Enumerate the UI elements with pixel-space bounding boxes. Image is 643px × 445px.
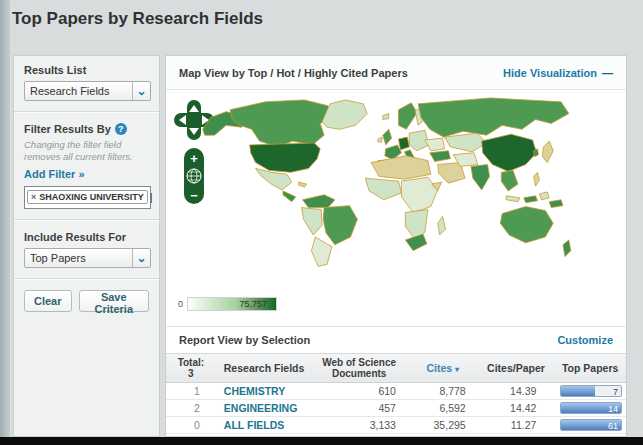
country-south-africa [405, 234, 427, 251]
sidebar-divider [14, 219, 159, 221]
country-canada [230, 100, 332, 147]
map-legend: 0 75,757 [178, 297, 277, 311]
filter-note: Changing the filter field removes all cu… [24, 139, 149, 163]
country-greenland [322, 100, 367, 129]
rank-cell: 1 [166, 385, 216, 397]
hide-visualization-label: Hide Visualization [503, 67, 597, 79]
sidebar-divider [14, 278, 159, 280]
results-list-value: Research Fields [25, 85, 132, 97]
main-panel: Map View by Top / Hot / Highly Cited Pap… [165, 55, 627, 437]
region-argentina-chile [311, 237, 332, 266]
rank-cell: 0 [166, 419, 216, 431]
table-row: 2 ENGINEERING 457 6,592 14.42 14 [166, 400, 626, 417]
country-madagascar [438, 216, 446, 235]
country-uk [383, 129, 392, 145]
legend-gradient-bar: 75,757 [187, 297, 277, 311]
rank-cell: 2 [166, 402, 216, 414]
cites-cell: 6,592 [408, 402, 478, 414]
include-results-select[interactable]: Top Papers ⌄ [24, 248, 151, 268]
region-indonesia-west [506, 196, 520, 202]
region-southern-africa [405, 210, 428, 240]
field-link[interactable]: ENGINEERING [216, 402, 311, 414]
cites-per-paper-cell: 14.39 [478, 385, 555, 397]
total-count: 3 [166, 368, 216, 380]
clear-button[interactable]: Clear [24, 290, 72, 312]
region-west-africa [365, 178, 401, 200]
region-indonesia-mid [524, 196, 538, 203]
country-new-zealand [563, 240, 571, 257]
cites-per-paper-cell: 11.27 [478, 419, 555, 431]
sort-down-icon: ▾ [455, 365, 459, 374]
table-row: 1 CHEMISTRY 610 8,778 14.39 7 [166, 383, 626, 400]
top-papers-bar: 14 [560, 402, 622, 414]
filter-tag-label: SHAOXING UNIVERSITY [39, 192, 144, 202]
country-kazakhstan [445, 133, 487, 152]
region-colombia-venezuela [303, 195, 335, 208]
column-header-research-fields[interactable]: Research Fields [216, 362, 311, 374]
country-cuba [299, 182, 307, 187]
legend-max-value: 75,757 [239, 299, 267, 309]
top-papers-value: 14 [608, 403, 618, 414]
customize-link[interactable]: Customize [557, 334, 613, 346]
top-papers-bar-fill [561, 386, 595, 396]
docs-cell: 457 [310, 402, 408, 414]
docs-cell: 3,133 [310, 419, 408, 431]
results-list-label: Results List [24, 64, 149, 76]
country-papua-new-guinea [549, 200, 563, 208]
include-results-value: Top Papers [25, 252, 132, 264]
text-caret: | [150, 191, 153, 203]
country-ireland [378, 137, 382, 142]
region-indochina [501, 170, 518, 191]
legend-min-value: 0 [178, 299, 183, 309]
country-usa [250, 143, 320, 172]
cites-label: Cites [426, 362, 452, 374]
region-central-east-africa [401, 177, 437, 212]
country-south-korea [534, 149, 539, 157]
save-criteria-button[interactable]: Save Criteria [79, 290, 149, 312]
add-filter-link[interactable]: Add Filter » [24, 168, 85, 180]
cites-cell: 35,295 [408, 419, 478, 431]
field-link[interactable]: ALL FIELDS [216, 419, 311, 431]
table-header-row: Total: 3 Research Fields Web of Science … [166, 353, 626, 383]
country-india [471, 165, 490, 190]
country-brazil [323, 206, 357, 245]
column-header-wos-documents[interactable]: Web of Science Documents [310, 357, 408, 379]
bottom-bar [0, 437, 643, 445]
country-australia [500, 207, 553, 243]
cites-per-paper-cell: 14.42 [478, 402, 555, 414]
left-edge-strip [0, 0, 10, 445]
column-header-cites[interactable]: Cites ▾ [408, 362, 478, 374]
column-header-cites-per-paper[interactable]: Cites/Paper [478, 362, 555, 374]
map-view-header-bar: Map View by Top / Hot / Highly Cited Pap… [166, 56, 626, 90]
hide-visualization-link[interactable]: Hide Visualization — [503, 67, 613, 79]
filter-results-by-label: Filter Results By [24, 123, 111, 135]
map-view-title: Map View by Top / Hot / Highly Cited Pap… [179, 67, 408, 79]
filter-tag[interactable]: × SHAOXING UNIVERSITY [27, 190, 148, 204]
report-view-header-bar: Report View by Selection Customize [166, 326, 626, 353]
region-peru-bolivia [302, 208, 323, 235]
chevron-down-icon: ⌄ [132, 249, 150, 267]
close-icon[interactable]: × [31, 192, 36, 202]
column-header-top-papers[interactable]: Top Papers [554, 362, 626, 374]
total-label: Total: [166, 357, 216, 369]
report-view-title: Report View by Selection [179, 334, 310, 346]
country-philippines [534, 172, 540, 186]
region-indonesia-east [539, 192, 549, 200]
region-north-africa [371, 156, 431, 179]
region-scandinavia [399, 103, 418, 129]
help-icon[interactable]: ? [115, 123, 127, 135]
results-list-select[interactable]: Research Fields ⌄ [24, 81, 151, 101]
field-link[interactable]: CHEMISTRY [216, 385, 311, 397]
country-ukraine [425, 138, 445, 151]
filter-sidebar: Results List Research Fields ⌄ Filter Re… [13, 55, 160, 437]
column-header-total: Total: 3 [166, 357, 216, 380]
include-results-label: Include Results For [24, 231, 149, 243]
sidebar-divider [14, 111, 159, 113]
map-region: + − [166, 90, 626, 326]
docs-cell: 610 [310, 385, 408, 397]
world-map-svg[interactable] [196, 96, 601, 282]
filter-input[interactable]: × SHAOXING UNIVERSITY | [24, 186, 151, 209]
top-papers-value: 7 [613, 386, 618, 397]
country-china [482, 134, 537, 171]
table-row: 0 ALL FIELDS 3,133 35,295 11.27 61 [166, 417, 626, 434]
